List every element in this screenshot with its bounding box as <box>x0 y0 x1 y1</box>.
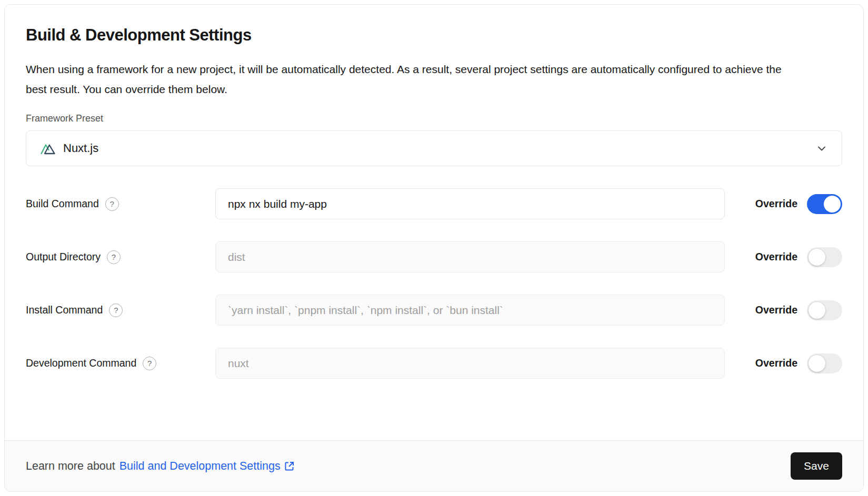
settings-rows: Build Command ? Override Output Director… <box>26 188 842 379</box>
build-dev-settings-link[interactable]: Build and Development Settings <box>119 460 295 473</box>
toggle-knob <box>824 196 841 212</box>
framework-selected-value: Nuxt.js <box>63 141 98 155</box>
card-main: Build & Development Settings When using … <box>5 5 863 440</box>
development-command-label: Development Command <box>26 357 136 369</box>
learn-more-prefix: Learn more about <box>26 460 115 473</box>
learn-more-text: Learn more about Build and Development S… <box>26 460 295 473</box>
help-icon[interactable]: ? <box>107 250 121 264</box>
page-title: Build & Development Settings <box>26 26 842 45</box>
output-directory-override-toggle[interactable] <box>807 247 842 267</box>
build-command-row: Build Command ? Override <box>26 188 842 219</box>
link-label: Build and Development Settings <box>119 460 281 473</box>
output-directory-label: Output Directory <box>26 251 101 263</box>
install-command-row: Install Command ? Override <box>26 295 842 326</box>
install-command-input <box>215 295 725 326</box>
development-command-row: Development Command ? Override <box>26 348 842 379</box>
build-command-input[interactable] <box>215 188 725 219</box>
help-icon[interactable]: ? <box>143 357 156 370</box>
install-command-label-group: Install Command ? <box>26 303 215 317</box>
build-dev-settings-card: Build & Development Settings When using … <box>4 4 864 492</box>
development-command-override-toggle[interactable] <box>807 353 842 373</box>
toggle-knob <box>809 302 825 319</box>
install-command-label: Install Command <box>26 304 103 316</box>
card-footer: Learn more about Build and Development S… <box>5 440 863 491</box>
framework-preset-label: Framework Preset <box>26 113 842 124</box>
external-link-icon <box>283 460 295 472</box>
override-label: Override <box>749 304 797 316</box>
override-label: Override <box>749 357 797 369</box>
build-command-override-toggle[interactable] <box>807 194 842 214</box>
chevron-down-icon <box>815 142 828 155</box>
override-label: Override <box>749 198 797 210</box>
framework-preset-select[interactable]: Nuxt.js <box>26 130 842 166</box>
help-icon[interactable]: ? <box>109 303 123 317</box>
development-command-input <box>215 348 725 379</box>
toggle-knob <box>809 355 825 372</box>
output-directory-label-group: Output Directory ? <box>26 250 215 264</box>
settings-description: When using a framework for a new project… <box>26 59 805 99</box>
toggle-knob <box>809 249 825 266</box>
development-command-label-group: Development Command ? <box>26 357 215 370</box>
build-command-label-group: Build Command ? <box>26 197 215 211</box>
save-button[interactable]: Save <box>791 452 842 480</box>
output-directory-row: Output Directory ? Override <box>26 241 842 272</box>
override-label: Override <box>749 251 797 263</box>
build-command-label: Build Command <box>26 198 99 210</box>
help-icon[interactable]: ? <box>105 197 119 211</box>
output-directory-input <box>215 241 725 272</box>
install-command-override-toggle[interactable] <box>807 300 842 320</box>
nuxt-logo-icon <box>40 141 56 155</box>
